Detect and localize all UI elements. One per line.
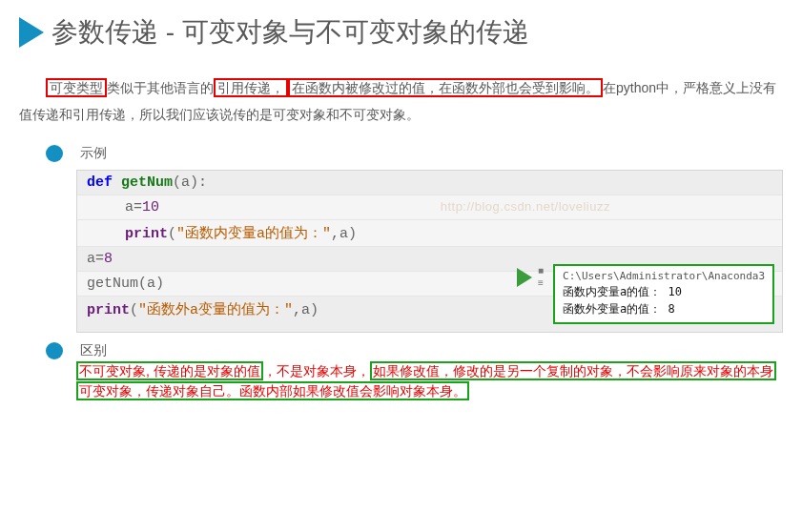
highlighted-term-3: 在函数内被修改过的值，在函数外部也会受到影响。 xyxy=(288,78,603,97)
output-line-2: 函数外变量a的值： 8 xyxy=(563,301,765,317)
colon: : xyxy=(198,174,207,191)
output-path: C:\Users\Administrator\Anaconda3 xyxy=(563,270,765,282)
title-text: 参数传递 - 可变对象与不可变对象的传递 xyxy=(51,14,529,51)
intro-paragraph: 可变类型类似于其他语言的引用传递，在函数内被修改过的值，在函数外部也会受到影响。… xyxy=(19,74,783,128)
difference-block: 不可变对象, 传递的是对象的值，不是对象本身，如果修改值，修改的是另一个复制的对… xyxy=(76,361,783,401)
bullet-label-diff: 区别 xyxy=(80,342,107,359)
text-mid: 类似于其他语言的 xyxy=(107,80,214,95)
number-8: 8 xyxy=(104,251,113,267)
string-2: "函数外a变量的值为：" xyxy=(138,302,293,318)
code-block: def getNum(a): a=10 http://blog.csdn.net… xyxy=(76,170,783,333)
keyword-print: print xyxy=(125,226,168,242)
lparen2: ( xyxy=(130,302,138,318)
triangle-icon xyxy=(19,17,44,48)
string-1: "函数内变量a的值为：" xyxy=(176,226,331,242)
call-text: getNum(a) xyxy=(87,276,164,292)
run-panel: ■≡ C:\Users\Administrator\Anaconda3 函数内变… xyxy=(517,264,774,324)
assign-a: a= xyxy=(125,199,142,215)
keyword-def: def xyxy=(87,174,113,191)
comma-a2: ,a) xyxy=(293,302,319,318)
paren-a: (a) xyxy=(173,174,198,191)
comma-a: ,a) xyxy=(331,226,357,242)
code-line-def: def getNum(a): xyxy=(77,171,782,195)
function-name: getNum xyxy=(121,174,173,191)
keyword-print2: print xyxy=(87,302,130,318)
run-controls: ■≡ xyxy=(538,266,544,289)
page-heading: 参数传递 - 可变对象与不可变对象的传递 xyxy=(19,14,783,51)
play-icon[interactable] xyxy=(517,268,532,287)
output-line-1: 函数内变量a的值： 10 xyxy=(563,284,765,300)
code-line-assign1: a=10 http://blog.csdn.net/loveliuzz xyxy=(77,195,782,220)
highlighted-term-1: 可变类型 xyxy=(46,78,107,97)
code-line-print1: print("函数内变量a的值为：",a) xyxy=(77,220,782,247)
green-box-2: 如果修改值，修改的是另一个复制的对象，不会影响原来对象的本身 xyxy=(370,361,776,380)
green-box-1: 不可变对象, 传递的是对象的值 xyxy=(76,361,263,380)
bullet-icon xyxy=(46,145,63,162)
lparen: ( xyxy=(168,226,176,242)
output-box: C:\Users\Administrator\Anaconda3 函数内变量a的… xyxy=(553,264,774,324)
code-line-print2: print("函数外a变量的值为：",a) ■≡ C:\Users\Admini… xyxy=(77,297,782,332)
green-box-3: 可变对象，传递对象自己。函数内部如果修改值会影响对象本身。 xyxy=(76,381,469,400)
difference-bullet: 区别 xyxy=(46,342,783,359)
watermark: http://blog.csdn.net/loveliuzz xyxy=(441,199,610,214)
highlighted-term-2: 引用传递， xyxy=(214,78,288,97)
number-10: 10 xyxy=(142,199,159,215)
bullet-label-example: 示例 xyxy=(80,145,107,162)
example-bullet: 示例 xyxy=(46,145,783,162)
assign-a8: a= xyxy=(87,251,104,267)
bullet-icon xyxy=(46,342,63,359)
red-text-1: ，不是对象本身， xyxy=(263,363,370,379)
